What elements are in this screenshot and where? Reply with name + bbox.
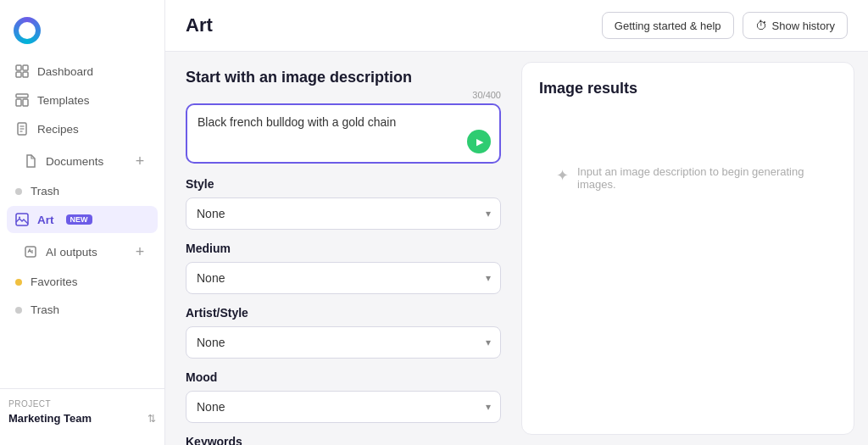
- mood-select[interactable]: None: [186, 391, 501, 423]
- left-panel: Start with an image description 30/400 S…: [165, 52, 521, 445]
- svg-rect-0: [16, 65, 21, 70]
- medium-select-wrap: None ▾: [186, 262, 501, 294]
- svg-rect-6: [23, 99, 28, 106]
- svg-rect-4: [16, 94, 28, 97]
- sidebar-item-templates-label: Templates: [37, 94, 90, 107]
- sidebar-item-documents[interactable]: Documents: [15, 147, 131, 175]
- sparkle-icon: ✦: [556, 166, 569, 185]
- artist-select-wrap: None ▾: [186, 326, 501, 359]
- sidebar-item-documents-label: Documents: [46, 155, 103, 168]
- topbar-actions: Getting started & help ⏱ Show history: [602, 12, 848, 39]
- medium-label: Medium: [186, 242, 501, 255]
- sidebar-item-art[interactable]: Art NEW: [7, 206, 158, 233]
- favorites-dot-icon: [15, 279, 22, 286]
- recipes-icon: [15, 122, 29, 136]
- style-label: Style: [186, 177, 501, 191]
- documents-icon: [24, 154, 37, 168]
- grid-icon: [15, 64, 29, 78]
- page-title: Art: [186, 14, 213, 36]
- artist-select[interactable]: None: [186, 326, 501, 359]
- sidebar-item-favorites[interactable]: Favorites: [7, 269, 158, 295]
- main-area: Art Getting started & help ⏱ Show histor…: [165, 0, 868, 445]
- add-documents-button[interactable]: +: [131, 152, 149, 170]
- content-area: Start with an image description 30/400 S…: [165, 52, 868, 445]
- artist-label: Artist/Style: [186, 306, 501, 320]
- getting-started-label: Getting started & help: [615, 19, 721, 32]
- image-results-placeholder-text: Input an image description to begin gene…: [577, 165, 820, 191]
- sidebar-item-trash-top-label: Trash: [31, 185, 59, 197]
- sidebar-item-favorites-label: Favorites: [31, 275, 78, 288]
- sidebar-item-ai-outputs-label: AI outputs: [46, 246, 97, 259]
- show-history-button[interactable]: ⏱ Show history: [743, 12, 848, 39]
- sidebar-item-recipes-label: Recipes: [37, 123, 79, 136]
- sidebar-item-art-label: Art: [37, 214, 54, 226]
- description-field-wrap: [186, 103, 501, 164]
- sidebar-footer: PROJECT Marketing Team ⇅: [0, 388, 164, 435]
- description-textarea[interactable]: [187, 105, 499, 159]
- svg-rect-2: [16, 72, 21, 77]
- sidebar-item-dashboard-label: Dashboard: [37, 65, 93, 78]
- form-section-title: Start with an image description: [186, 69, 501, 86]
- style-select[interactable]: None: [186, 197, 501, 230]
- medium-select[interactable]: None: [186, 262, 501, 294]
- keywords-label: Keywords: [186, 435, 501, 445]
- submit-button[interactable]: [467, 130, 491, 153]
- history-icon: ⏱: [755, 19, 767, 32]
- svg-rect-5: [16, 99, 21, 106]
- sidebar-nav: Dashboard Templates: [0, 58, 164, 381]
- templates-icon: [15, 93, 29, 107]
- add-ai-outputs-button[interactable]: +: [131, 242, 149, 261]
- image-results-placeholder: ✦ Input an image description to begin ge…: [539, 165, 837, 191]
- sidebar-item-templates[interactable]: Templates: [7, 86, 158, 114]
- sidebar-item-recipes[interactable]: Recipes: [7, 115, 158, 142]
- project-label-text: PROJECT: [8, 399, 156, 409]
- ai-outputs-icon: [24, 245, 37, 259]
- svg-rect-3: [23, 72, 28, 77]
- mood-select-wrap: None ▾: [186, 391, 501, 423]
- sidebar-item-ai-outputs[interactable]: AI outputs: [15, 238, 131, 265]
- project-name: Marketing Team: [8, 412, 92, 425]
- sidebar-item-ai-outputs-row: AI outputs +: [7, 235, 158, 269]
- sidebar-item-trash-top[interactable]: Trash: [7, 178, 158, 204]
- logo[interactable]: [0, 10, 164, 58]
- trash-bottom-dot-icon: [15, 307, 22, 314]
- getting-started-button[interactable]: Getting started & help: [602, 12, 734, 39]
- show-history-label: Show history: [772, 19, 835, 32]
- trash-top-dot-icon: [15, 188, 22, 195]
- mood-label: Mood: [186, 370, 501, 384]
- char-count: 30/400: [186, 90, 501, 100]
- sidebar: Dashboard Templates: [0, 0, 165, 445]
- art-icon: [15, 213, 29, 226]
- topbar: Art Getting started & help ⏱ Show histor…: [165, 0, 868, 52]
- sidebar-item-documents-row: Documents +: [7, 144, 158, 178]
- art-new-badge: NEW: [66, 214, 92, 225]
- sidebar-item-trash-bottom[interactable]: Trash: [7, 297, 158, 323]
- style-select-wrap: None ▾: [186, 197, 501, 230]
- project-switcher-icon[interactable]: ⇅: [147, 413, 156, 425]
- right-panel: Image results ✦ Input an image descripti…: [521, 62, 854, 435]
- image-results-title: Image results: [539, 80, 837, 97]
- sidebar-item-trash-bottom-label: Trash: [31, 303, 59, 316]
- sidebar-item-dashboard[interactable]: Dashboard: [7, 58, 158, 85]
- svg-rect-1: [23, 65, 28, 70]
